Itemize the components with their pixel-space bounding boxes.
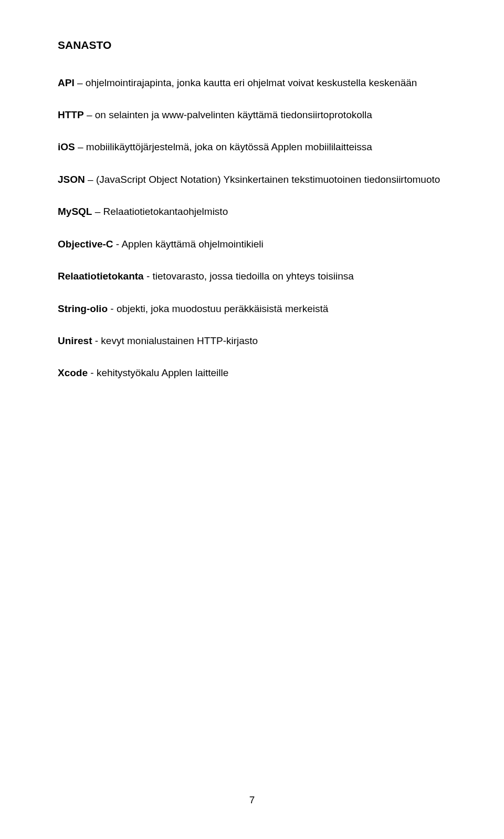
glossary-sep: - xyxy=(144,271,153,282)
glossary-term: iOS xyxy=(58,141,75,152)
glossary-term: Unirest xyxy=(58,335,92,346)
glossary-def: kevyt monialustainen HTTP-kirjasto xyxy=(101,335,258,346)
page-title: SANASTO xyxy=(58,37,446,54)
glossary-term: Relaatiotietokanta xyxy=(58,271,144,282)
glossary-entry: String-olio - objekti, joka muodostuu pe… xyxy=(58,301,446,316)
glossary-def: mobiilikäyttöjärjestelmä, joka on käytös… xyxy=(86,141,372,152)
glossary-entry: Xcode - kehitystyökalu Applen laitteille xyxy=(58,365,446,380)
glossary-term: JSON xyxy=(58,174,85,185)
glossary-entry: iOS – mobiilikäyttöjärjestelmä, joka on … xyxy=(58,139,446,154)
glossary-sep: – xyxy=(75,141,86,152)
glossary-entry: JSON – (JavaScript Object Notation) Yksi… xyxy=(58,172,446,187)
glossary-sep: – xyxy=(75,77,86,88)
glossary-entry: Objective-C - Applen käyttämä ohjelmoint… xyxy=(58,236,446,252)
glossary-sep: - xyxy=(113,239,122,250)
glossary-sep: – xyxy=(84,109,95,120)
glossary-def: objekti, joka muodostuu peräkkäisistä me… xyxy=(117,303,328,314)
glossary-term: API xyxy=(58,77,75,88)
glossary-sep: – xyxy=(85,174,96,185)
glossary-sep: – xyxy=(92,206,103,217)
glossary-def: ohjelmointirajapinta, jonka kautta eri o… xyxy=(86,77,417,88)
glossary-term: String-olio xyxy=(58,303,108,314)
glossary-sep: - xyxy=(108,303,117,314)
glossary-sep: - xyxy=(88,367,97,378)
glossary-entry: Unirest - kevyt monialustainen HTTP-kirj… xyxy=(58,333,446,348)
glossary-def: (JavaScript Object Notation) Yksinkertai… xyxy=(96,174,440,185)
glossary-entry: API – ohjelmointirajapinta, jonka kautta… xyxy=(58,75,446,90)
glossary-entry: Relaatiotietokanta - tietovarasto, jossa… xyxy=(58,268,446,284)
glossary-def: Applen käyttämä ohjelmointikieli xyxy=(121,239,263,250)
page-number: 7 xyxy=(0,792,504,807)
glossary-term: MySQL xyxy=(58,206,92,217)
glossary-entry: HTTP – on selainten ja www-palvelinten k… xyxy=(58,107,446,122)
glossary-term: Objective-C xyxy=(58,239,113,250)
glossary-def: on selainten ja www-palvelinten käyttämä… xyxy=(95,109,372,120)
glossary-def: Relaatiotietokantaohjelmisto xyxy=(103,206,228,217)
glossary-term: Xcode xyxy=(58,367,88,378)
glossary-term: HTTP xyxy=(58,109,84,120)
glossary-def: tietovarasto, jossa tiedoilla on yhteys … xyxy=(153,271,354,282)
glossary-sep: - xyxy=(92,335,101,346)
glossary-def: kehitystyökalu Applen laitteille xyxy=(97,367,228,378)
glossary-entry: MySQL – Relaatiotietokantaohjelmisto xyxy=(58,204,446,219)
